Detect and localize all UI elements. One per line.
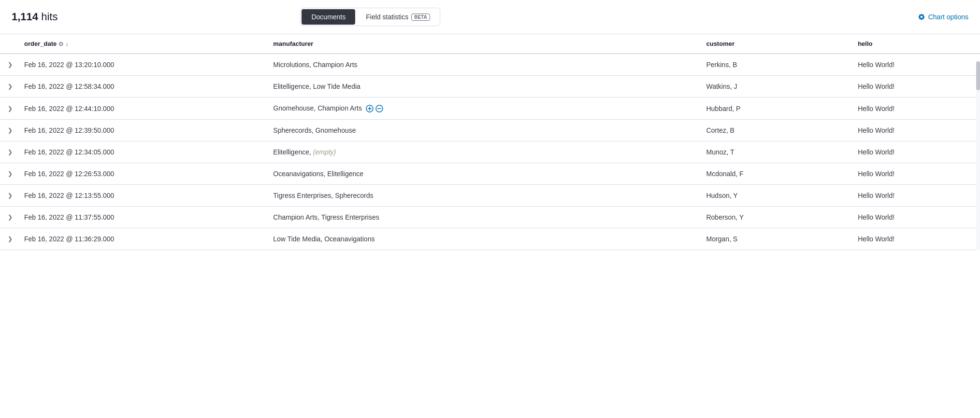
column-header-order-date[interactable]: order_date ⊙ ↓ [16,34,265,54]
cell-hello: Hello World! [850,185,980,207]
cell-manufacturer: Low Tide Media, Oceanavigations [265,228,698,250]
data-table-wrapper: order_date ⊙ ↓ manufacturer customer [0,34,980,250]
tab-documents[interactable]: Documents [302,9,355,25]
cell-manufacturer: Elitelligence, Low Tide Media [265,76,698,98]
table-row: ❯Feb 16, 2022 @ 11:37:55.000Champion Art… [0,207,980,228]
table-row: ❯Feb 16, 2022 @ 12:34:05.000Elitelligenc… [0,141,980,163]
expand-row-button[interactable]: ❯ [8,214,13,221]
table-row: ❯Feb 16, 2022 @ 13:20:10.000Microlutions… [0,54,980,76]
cell-hello: Hello World! [850,54,980,76]
column-header-manufacturer[interactable]: manufacturer [265,34,698,54]
cell-hello: Hello World! [850,207,980,228]
expand-header [0,34,16,54]
cell-customer: Morgan, S [698,228,850,250]
beta-badge: BETA [411,14,430,21]
table-row: ❯Feb 16, 2022 @ 12:39:50.000Spherecords,… [0,120,980,141]
expand-row-button[interactable]: ❯ [8,170,13,177]
cell-order-date: Feb 16, 2022 @ 12:39:50.000 [16,120,265,141]
filter-include-button[interactable] [366,105,374,112]
sort-desc-icon: ↓ [65,41,68,47]
cell-hello: Hello World! [850,163,980,185]
filter-exclude-button[interactable] [375,105,383,112]
cell-order-date: Feb 16, 2022 @ 11:36:29.000 [16,228,265,250]
cell-order-date: Feb 16, 2022 @ 13:20:10.000 [16,54,265,76]
hits-count: 1,114 hits [12,11,58,23]
expand-row-button[interactable]: ❯ [8,192,13,199]
cell-manufacturer: Elitelligence, (empty) [265,141,698,163]
header: 1,114 hits Documents Field statistics BE… [0,0,980,34]
cell-customer: Hubbard, P [698,98,850,120]
cell-hello: Hello World! [850,141,980,163]
cell-customer: Perkins, B [698,54,850,76]
cell-order-date: Feb 16, 2022 @ 12:44:10.000 [16,98,265,120]
expand-row-button[interactable]: ❯ [8,83,13,90]
cell-order-date: Feb 16, 2022 @ 12:34:05.000 [16,141,265,163]
filter-icons-group [366,105,383,112]
expand-row-button[interactable]: ❯ [8,127,13,134]
cell-hello: Hello World! [850,120,980,141]
cell-manufacturer: Champion Arts, Tigress Enterprises [265,207,698,228]
table-header-row: order_date ⊙ ↓ manufacturer customer [0,34,980,54]
table-row: ❯Feb 16, 2022 @ 12:58:34.000Elitelligenc… [0,76,980,98]
scrollbar-thumb[interactable] [976,61,980,90]
gear-icon [918,13,925,21]
cell-manufacturer: Tigress Enterprises, Spherecords [265,185,698,207]
cell-manufacturer: Gnomehouse, Champion Arts [265,98,698,120]
expand-row-button[interactable]: ❯ [8,61,13,68]
empty-value: (empty) [313,148,336,156]
scrollbar-track[interactable] [976,61,980,250]
expand-row-button[interactable]: ❯ [8,149,13,155]
chart-options-button[interactable]: Chart options [918,13,968,21]
cell-manufacturer: Oceanavigations, Elitelligence [265,163,698,185]
cell-hello: Hello World! [850,76,980,98]
view-tab-group: Documents Field statistics BETA [300,8,440,26]
table-row: ❯Feb 16, 2022 @ 12:26:53.000Oceanavigati… [0,163,980,185]
cell-order-date: Feb 16, 2022 @ 12:26:53.000 [16,163,265,185]
table-row: ❯Feb 16, 2022 @ 12:44:10.000Gnomehouse, … [0,98,980,120]
cell-customer: Cortez, B [698,120,850,141]
column-header-customer[interactable]: customer [698,34,850,54]
table-row: ❯Feb 16, 2022 @ 12:13:55.000Tigress Ente… [0,185,980,207]
cell-customer: Munoz, T [698,141,850,163]
expand-row-button[interactable]: ❯ [8,105,13,112]
cell-order-date: Feb 16, 2022 @ 12:58:34.000 [16,76,265,98]
column-header-hello[interactable]: hello [850,34,980,54]
cell-customer: Roberson, Y [698,207,850,228]
cell-order-date: Feb 16, 2022 @ 12:13:55.000 [16,185,265,207]
clock-icon: ⊙ [58,41,63,47]
table-row: ❯Feb 16, 2022 @ 11:36:29.000Low Tide Med… [0,228,980,250]
cell-manufacturer: Spherecords, Gnomehouse [265,120,698,141]
cell-hello: Hello World! [850,228,980,250]
expand-row-button[interactable]: ❯ [8,236,13,242]
main-container: 1,114 hits Documents Field statistics BE… [0,0,980,418]
cell-manufacturer: Microlutions, Champion Arts [265,54,698,76]
cell-customer: Watkins, J [698,76,850,98]
cell-hello: Hello World! [850,98,980,120]
data-table: order_date ⊙ ↓ manufacturer customer [0,34,980,250]
cell-customer: Hudson, Y [698,185,850,207]
cell-customer: Mcdonald, F [698,163,850,185]
tab-field-statistics[interactable]: Field statistics BETA [356,9,439,25]
cell-order-date: Feb 16, 2022 @ 11:37:55.000 [16,207,265,228]
